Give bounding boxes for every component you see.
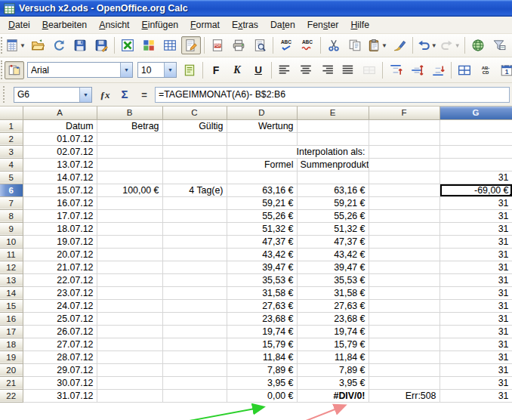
column-header-B[interactable]: B: [97, 107, 162, 119]
cell-A10[interactable]: 19.07.12: [23, 235, 97, 248]
italic-button[interactable]: K: [227, 61, 247, 79]
cell-D5[interactable]: [227, 171, 297, 184]
cell-E14[interactable]: 31,58 €: [297, 286, 369, 299]
cell-D21[interactable]: 3,95 €: [227, 376, 297, 389]
row-header-22[interactable]: 22: [0, 389, 23, 402]
cell-F6[interactable]: [369, 184, 440, 196]
pdf-export-button[interactable]: PDF: [208, 36, 227, 54]
page-preview-button[interactable]: [250, 36, 270, 54]
cell-D3[interactable]: Interpolation als:: [227, 145, 369, 158]
cell-A22[interactable]: 31.07.12: [23, 389, 97, 402]
cell-B2[interactable]: [97, 132, 162, 145]
cell-F8[interactable]: [369, 209, 440, 222]
cell-F9[interactable]: [369, 222, 440, 235]
row-header-5[interactable]: 5: [0, 171, 23, 184]
menu-einfgen[interactable]: Einfügen: [136, 17, 185, 32]
cell-D16[interactable]: 23,68 €: [227, 312, 297, 325]
row-header-9[interactable]: 9: [0, 222, 23, 235]
cell-B4[interactable]: [97, 158, 162, 171]
cell-D13[interactable]: 35,53 €: [227, 273, 297, 286]
cell-C9[interactable]: [162, 222, 227, 235]
cell-F14[interactable]: [369, 286, 440, 299]
cell-A14[interactable]: 23.07.12: [23, 286, 97, 299]
cell-F1[interactable]: [369, 119, 440, 132]
column-header-D[interactable]: D: [227, 107, 297, 119]
row-header-8[interactable]: 8: [0, 209, 23, 222]
cell-G11[interactable]: 31: [440, 248, 512, 261]
cell-F15[interactable]: [369, 299, 440, 312]
save-button[interactable]: [70, 36, 90, 54]
filter-button[interactable]: [489, 36, 509, 54]
cell-E10[interactable]: 47,37 €: [297, 235, 369, 248]
cell-F12[interactable]: [369, 261, 440, 273]
cell-E5[interactable]: [297, 171, 369, 184]
cell-A17[interactable]: 26.07.12: [23, 325, 97, 338]
hyperlink-button[interactable]: [468, 36, 488, 54]
row-header-20[interactable]: 20: [0, 363, 23, 376]
cell-G16[interactable]: 31: [440, 312, 512, 325]
cell-A21[interactable]: 30.07.12: [23, 376, 97, 389]
cell-C21[interactable]: [162, 376, 227, 389]
cell-A6[interactable]: 15.07.12: [23, 184, 97, 196]
cell-E1[interactable]: [297, 119, 369, 132]
cell-A1[interactable]: Datum: [23, 119, 97, 132]
column-header-G[interactable]: G: [440, 107, 512, 119]
cell-B18[interactable]: [97, 338, 162, 351]
cell-E15[interactable]: 27,63 €: [297, 299, 369, 312]
align-left-button[interactable]: [275, 61, 295, 79]
cell-E13[interactable]: 35,53 €: [297, 273, 369, 286]
cell-F16[interactable]: [369, 312, 440, 325]
cell-C15[interactable]: [162, 299, 227, 312]
cell-E9[interactable]: 51,32 €: [297, 222, 369, 235]
redo-dropdown-icon[interactable]: ▼: [455, 42, 461, 49]
cell-F2[interactable]: [369, 132, 440, 145]
cell-C2[interactable]: [162, 132, 227, 145]
undo-dropdown-icon[interactable]: ▼: [431, 42, 437, 49]
fill-handle[interactable]: [510, 194, 512, 197]
cell-D9[interactable]: 51,32 €: [227, 222, 297, 235]
cell-B17[interactable]: [97, 325, 162, 338]
column-header-C[interactable]: C: [162, 107, 227, 119]
cell-G14[interactable]: 31: [440, 286, 512, 299]
cell-F20[interactable]: [369, 363, 440, 376]
cell-G9[interactable]: 31: [440, 222, 512, 235]
cell-A9[interactable]: 18.07.12: [23, 222, 97, 235]
cell-E20[interactable]: 7,89 €: [297, 363, 369, 376]
cell-F22[interactable]: Err:508: [369, 389, 440, 402]
menu-ansicht[interactable]: Ansicht: [93, 17, 135, 32]
cell-E19[interactable]: 11,84 €: [297, 351, 369, 363]
row-header-15[interactable]: 15: [0, 299, 23, 312]
formula-bar-grip[interactable]: [3, 86, 8, 103]
cut-button[interactable]: [324, 36, 344, 54]
cell-D18[interactable]: 15,79 €: [227, 338, 297, 351]
cell-A2[interactable]: 01.07.12: [23, 132, 97, 145]
menu-bearbeiten[interactable]: Bearbeiten: [36, 17, 93, 32]
center-vertical-button[interactable]: [407, 61, 427, 79]
cell-F18[interactable]: [369, 338, 440, 351]
column-header-A[interactable]: A: [23, 107, 97, 119]
spellcheck-button[interactable]: ABC: [276, 36, 296, 54]
cell-E22[interactable]: #DIV/0!: [297, 389, 369, 402]
cell-A12[interactable]: 21.07.12: [23, 261, 97, 273]
cell-G22[interactable]: 31: [440, 389, 512, 402]
cell-A11[interactable]: 20.07.12: [23, 248, 97, 261]
tb2-grip[interactable]: [1, 60, 2, 79]
menu-datei[interactable]: Datei: [2, 17, 36, 32]
row-header-7[interactable]: 7: [0, 196, 23, 209]
cell-C20[interactable]: [162, 363, 227, 376]
cell-B21[interactable]: [97, 376, 162, 389]
cell-E18[interactable]: 15,79 €: [297, 338, 369, 351]
cell-G17[interactable]: 31: [440, 325, 512, 338]
cell-B14[interactable]: [97, 286, 162, 299]
cell-B10[interactable]: [97, 235, 162, 248]
cell-G10[interactable]: 31: [440, 235, 512, 248]
cell-G1[interactable]: [440, 119, 512, 132]
cell-D6[interactable]: 63,16 €: [227, 184, 297, 196]
cell-C8[interactable]: [162, 209, 227, 222]
row-header-3[interactable]: 3: [0, 145, 23, 158]
copy-button[interactable]: [345, 36, 365, 54]
cell-G6[interactable]: -69,00 €: [440, 184, 512, 196]
row-header-13[interactable]: 13: [0, 273, 23, 286]
cell-G13[interactable]: 31: [440, 273, 512, 286]
reload-button[interactable]: [49, 36, 69, 54]
